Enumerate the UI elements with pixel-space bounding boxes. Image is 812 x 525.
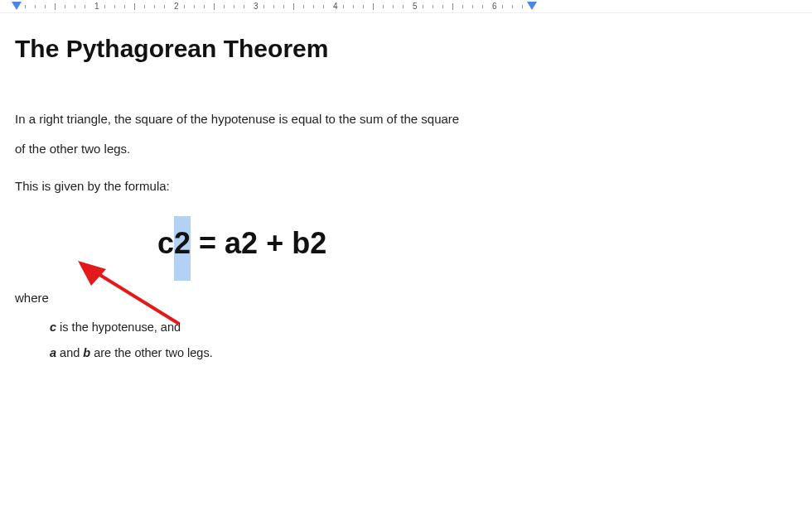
ruler-label-2: 2 xyxy=(174,2,179,11)
ruler-label-5: 5 xyxy=(413,2,418,11)
def-ab-text: are the other two legs. xyxy=(90,346,213,359)
var-b: b xyxy=(83,346,90,359)
definition-c[interactable]: c is the hypotenuse, and xyxy=(50,315,797,341)
document-page[interactable]: The Pythagorean Theorem In a right trian… xyxy=(0,13,812,367)
var-c: c xyxy=(50,320,56,334)
where-label[interactable]: where xyxy=(15,291,797,305)
ruler-scale: 1 2 3 4 5 6 xyxy=(15,0,812,12)
ruler-label-4: 4 xyxy=(333,2,338,11)
ruler-label-1: 1 xyxy=(94,2,99,11)
text-selection[interactable]: 2 xyxy=(174,216,191,281)
formula-c: c xyxy=(157,226,174,260)
horizontal-ruler[interactable]: 1 2 3 4 5 6 xyxy=(0,0,812,13)
svg-marker-1 xyxy=(78,261,106,286)
ruler-label-3: 3 xyxy=(254,2,259,11)
var-a: a xyxy=(50,346,56,359)
formula-text[interactable]: c2 = a2 + b2 xyxy=(157,226,326,261)
ruler-label-6: 6 xyxy=(492,2,497,11)
intro-line-2: of the other two legs. xyxy=(15,142,130,156)
def-c-text: is the hypotenuse, and xyxy=(56,320,181,334)
page-title[interactable]: The Pythagorean Theorem xyxy=(15,35,797,63)
right-margin-marker-icon[interactable] xyxy=(527,2,537,10)
def-mid-text: and xyxy=(56,346,83,359)
intro-paragraph[interactable]: In a right triangle, the square of the h… xyxy=(15,104,797,164)
intro-line-1: In a right triangle, the square of the h… xyxy=(15,112,459,126)
formula-lead-in[interactable]: This is given by the formula: xyxy=(15,177,797,196)
definition-list[interactable]: c is the hypotenuse, and a and b are the… xyxy=(15,315,797,368)
definition-ab[interactable]: a and b are the other two legs. xyxy=(50,340,797,367)
formula-rest: = a2 + b2 xyxy=(191,226,326,260)
formula-block[interactable]: c2 = a2 + b2 xyxy=(15,226,797,261)
